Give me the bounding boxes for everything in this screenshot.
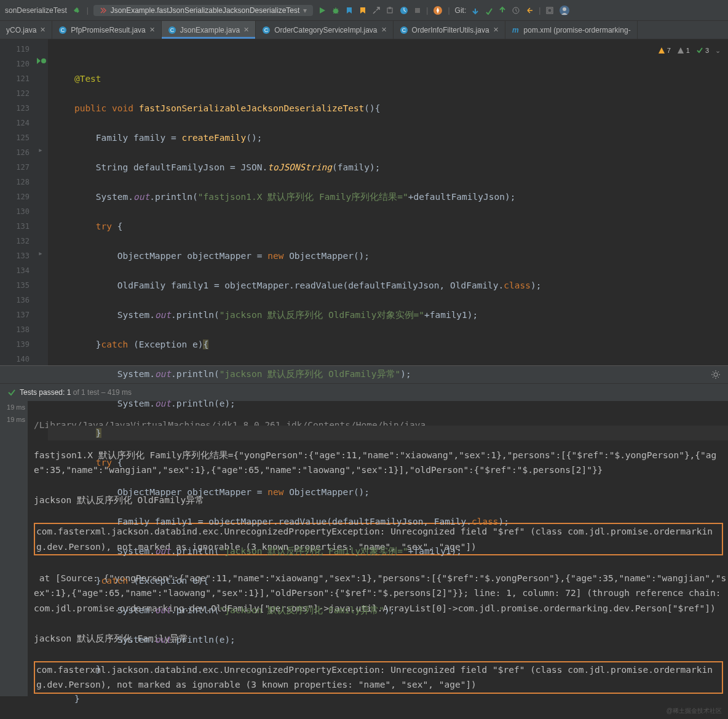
- inspections-widget[interactable]: 7 1 3 ⌄: [658, 43, 721, 58]
- close-icon[interactable]: ✕: [381, 26, 387, 34]
- ok-check-icon: [696, 47, 703, 54]
- class-icon: C: [168, 26, 176, 34]
- error-triangle-icon: [658, 47, 665, 54]
- history-icon[interactable]: [512, 6, 520, 15]
- launch-icon[interactable]: [372, 6, 381, 15]
- attach-icon[interactable]: [386, 6, 394, 15]
- warn-triangle-icon: [677, 47, 684, 54]
- tab-jsonexample[interactable]: CJsonExample.java✕: [162, 21, 256, 39]
- arrows-icon: [100, 7, 107, 14]
- run-config-dropdown[interactable]: JsonExample.fastJsonSerializableJacksonD…: [93, 5, 313, 16]
- tab-ordercategory[interactable]: COrderCategoryServiceImpl.java✕: [256, 21, 393, 39]
- main-toolbar: sonDeserializeTest | JsonExample.fastJso…: [0, 0, 728, 21]
- search-everywhere-icon[interactable]: [545, 6, 554, 15]
- code-area[interactable]: 7 1 3 ⌄ @Test public void fastJsonSerial…: [48, 39, 728, 365]
- close-icon[interactable]: ✕: [243, 26, 249, 34]
- tab-orderinfofilter[interactable]: COrderInfoFilterUtils.java✕: [394, 21, 505, 39]
- profile-icon[interactable]: [358, 6, 367, 15]
- coverage-icon[interactable]: [345, 6, 354, 15]
- class-icon: C: [58, 26, 67, 34]
- svg-rect-3: [415, 8, 420, 13]
- close-icon[interactable]: ✕: [40, 26, 46, 34]
- check-icon: [7, 388, 16, 397]
- svg-point-19: [41, 58, 46, 63]
- watermark: @稀土掘金技术社区: [667, 707, 722, 715]
- avatar-icon[interactable]: [559, 5, 570, 16]
- hammer-icon[interactable]: [72, 6, 82, 15]
- svg-rect-1: [387, 8, 392, 13]
- stop-icon[interactable]: [414, 7, 421, 14]
- git-commit-icon[interactable]: [485, 6, 493, 15]
- close-icon[interactable]: ✕: [493, 26, 499, 34]
- tab-pfppromise[interactable]: CPfpPromiseResult.java✕: [52, 21, 161, 39]
- svg-point-9: [563, 7, 566, 11]
- line-gutter: 1191201211221231241251261271281291301311…: [0, 39, 34, 365]
- close-icon[interactable]: ✕: [149, 26, 155, 34]
- tab-pom[interactable]: mpom.xml (promise-ordermarking-: [505, 21, 638, 39]
- svg-text:C: C: [264, 27, 269, 33]
- svg-text:C: C: [402, 27, 406, 33]
- git-label: Git:: [455, 6, 467, 15]
- svg-text:C: C: [61, 27, 65, 33]
- chevron-down-icon[interactable]: ⌄: [715, 43, 721, 58]
- chevron-down-icon: ▾: [303, 6, 307, 15]
- class-icon: C: [400, 26, 408, 34]
- compass-icon[interactable]: [433, 6, 443, 15]
- svg-text:C: C: [170, 27, 175, 33]
- maven-icon: m: [512, 26, 520, 34]
- run-gutter-icon[interactable]: [36, 57, 47, 65]
- git-pull-icon[interactable]: [471, 6, 480, 15]
- fold-icon[interactable]: ▸: [38, 145, 43, 154]
- git-push-icon[interactable]: [498, 6, 507, 15]
- test-tree[interactable]: 19 ms 19 ms: [0, 401, 28, 696]
- breadcrumb[interactable]: sonDeserializeTest: [5, 6, 67, 15]
- svg-text:m: m: [512, 26, 519, 34]
- svg-rect-7: [548, 9, 552, 12]
- editor-tabs: yCO.java✕ CPfpPromiseResult.java✕ CJsonE…: [0, 21, 728, 39]
- debug-icon[interactable]: [331, 6, 340, 15]
- clock-icon[interactable]: [399, 6, 409, 15]
- code-editor[interactable]: 1191201211221231241251261271281291301311…: [0, 39, 728, 365]
- run-icon[interactable]: [318, 6, 326, 15]
- fold-icon[interactable]: ▸: [38, 248, 43, 258]
- tab-yco[interactable]: yCO.java✕: [0, 21, 52, 39]
- gutter-marks: ▸ ▸: [34, 39, 48, 365]
- rollback-icon[interactable]: [525, 6, 534, 15]
- class-icon: C: [262, 26, 271, 34]
